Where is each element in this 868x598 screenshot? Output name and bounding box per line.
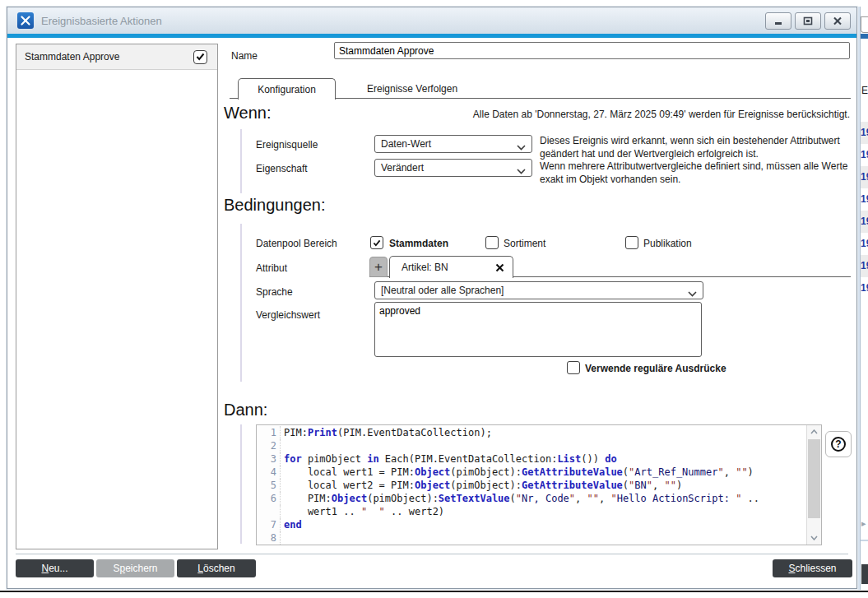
code-line: 3for pimObject in Each(PIM.EventDataColl… [257,452,807,466]
speichern-button[interactable]: Speichern [96,559,174,577]
tab-konfiguration[interactable]: Konfiguration [238,78,336,100]
chevron-down-icon [688,288,697,299]
background-window-divider [861,540,868,541]
sprache-label: Sprache [256,286,293,298]
background-window-button-fragment [861,564,868,584]
remove-attribute-icon[interactable] [495,263,504,272]
name-input[interactable] [334,42,850,59]
event-description-line1: Dieses Ereignis wird erkannt, wenn sich … [540,135,855,160]
code-lines: 1PIM:Print(PIM.EventDataCollection);23fo… [257,426,807,545]
window-title: Ereignisbasierte Aktionen [41,15,162,27]
eigenschaft-label: Eigenschaft [256,163,308,174]
wenn-indent-line [240,129,242,193]
tab-ereignisse-verfolgen[interactable]: Ereignisse Verfolgen [367,83,457,95]
publikation-checkbox-label[interactable]: Publikation [643,238,692,249]
action-list-panel: Stammdaten Approve [16,44,218,549]
chevron-down-icon [517,165,526,177]
loeschen-button[interactable]: Löschen [177,559,256,577]
plus-icon: + [374,259,383,276]
attribut-label: Attribut [256,262,287,274]
code-line: wert1 .. " " .. wert2) [257,505,807,518]
code-line: 8 [257,531,807,545]
tab-label: Konfiguration [258,84,316,95]
code-line: 5 local wert2 = PIM:Object(pimObject):Ge… [257,479,807,492]
list-item-checkbox[interactable] [193,50,207,64]
code-line: 6 PIM:Object(pimObject):SetTextValue("Nr… [257,492,807,505]
background-window-row-fragment: 19 [861,166,868,188]
background-window-control-fragment [861,16,868,33]
publikation-checkbox[interactable] [625,236,638,249]
background-window-row-fragment: 19 [861,211,868,233]
background-window-text-fragment: E [861,85,868,96]
check-icon [196,53,205,61]
attribut-tab-artikel-bn[interactable]: Artikel: BN [389,256,513,278]
ereignisquelle-select[interactable]: Daten-Wert [374,135,532,153]
code-line: 7end [257,518,807,531]
bg-window-rows: 1919191919191919 [861,122,868,299]
scroll-up-icon[interactable] [807,425,821,438]
list-item-label: Stammdaten Approve [25,51,119,63]
background-window-row-fragment: 19 [861,277,868,299]
maximize-button-icon[interactable] [795,12,821,30]
background-window-row-fragment: 19 [861,144,868,166]
screen: E 1919191919191919 ▸ Ereignisbasierte Ak… [0,0,868,598]
name-label: Name [231,50,258,62]
minimize-button-icon[interactable] [765,12,791,30]
ereignisquelle-label: Ereignisquelle [256,139,318,151]
schliessen-button[interactable]: Schliessen [773,559,852,577]
script-editor[interactable]: 1PIM:Print(PIM.EventDataCollection);23fo… [256,424,822,545]
sortiment-checkbox[interactable] [485,236,499,249]
stammdaten-checkbox[interactable] [370,236,383,249]
background-window-arrow-fragment: ▸ [861,518,866,529]
wenn-heading: Wenn: [224,104,271,123]
chevron-down-icon [517,141,526,153]
close-button-icon[interactable] [824,12,851,30]
sortiment-checkbox-label[interactable]: Sortiment [504,238,545,249]
check-icon [373,239,381,247]
regex-checkbox[interactable] [567,361,580,374]
background-window-row-fragment: 19 [861,255,868,277]
add-attribute-button[interactable]: + [369,257,388,277]
background-window-accent [861,34,868,39]
sprache-value: [Neutral oder alle Sprachen] [381,285,504,296]
background-window-row-fragment: 19 [861,122,868,144]
scrollbar-thumb[interactable] [808,439,820,518]
vergleichswert-textarea[interactable]: approved [374,302,702,357]
accent-bar [7,34,856,38]
datenpool-bereich-label: Datenpool Bereich [256,238,337,249]
sprache-select[interactable]: [Neutral oder alle Sprachen] [374,281,703,299]
titlebar[interactable]: Ereignisbasierte Aktionen [7,7,856,34]
footer-divider [16,554,848,554]
background-window-row-fragment: 19 [861,233,868,255]
bedingungen-indent-line [240,224,242,382]
scroll-down-icon[interactable] [807,531,821,545]
event-description: Dieses Ereignis wird erkannt, wenn sich … [540,135,855,186]
attribut-tab-label: Artikel: BN [402,262,448,273]
stammdaten-checkbox-label[interactable]: Stammdaten [389,238,448,249]
help-button[interactable]: ? [825,431,852,457]
neu-button[interactable]: Neu... [16,559,94,577]
vergleichswert-label: Vergleichswert [256,309,320,321]
regex-checkbox-label[interactable]: Verwende reguläre Ausdrücke [585,363,726,374]
background-window-row-fragment: 19 [861,188,868,211]
background-window-bottom-edge [0,591,868,592]
window-controls [765,12,851,30]
help-icon: ? [831,437,846,452]
event-date-notice: Alle Daten ab 'Donnerstag, 27. März 2025… [473,109,850,120]
dann-heading: Dann: [224,401,267,420]
code-scrollbar[interactable] [806,425,821,545]
ereignisquelle-value: Daten-Wert [381,138,431,150]
dann-indent-line [240,424,242,544]
dialog-ereignisbasierte-aktionen: Ereignisbasierte Aktionen [7,7,857,589]
bedingungen-heading: Bedingungen: [224,196,325,215]
app-icon [17,12,34,29]
code-line: 2 [257,439,807,452]
code-line: 1PIM:Print(PIM.EventDataCollection); [257,426,807,439]
list-item[interactable]: Stammdaten Approve [16,44,217,70]
eigenschaft-select[interactable]: Verändert [374,159,532,177]
eigenschaft-value: Verändert [381,162,424,174]
code-line: 4 local wert1 = PIM:Object(pimObject):Ge… [257,466,807,479]
event-description-line2: Wenn mehrere Attributwertvergleiche defi… [540,160,855,186]
background-window-strip: E 1919191919191919 ▸ [856,0,868,598]
